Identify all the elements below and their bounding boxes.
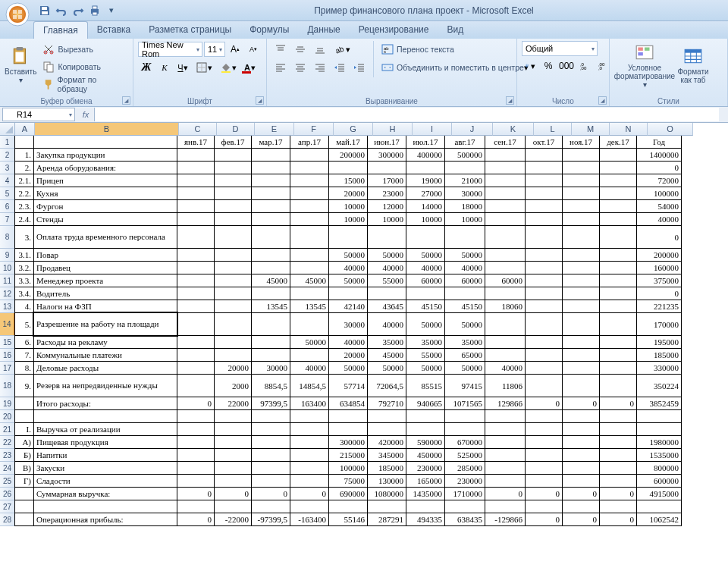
cell[interactable]: 50000	[367, 361, 406, 375]
cell[interactable]	[599, 248, 637, 262]
cell[interactable]	[14, 136, 34, 149]
row-header[interactable]: 9	[0, 249, 15, 262]
cell[interactable]	[485, 261, 526, 274]
cell[interactable]	[599, 187, 637, 200]
cell[interactable]	[525, 161, 563, 174]
cell[interactable]: 2000	[214, 374, 252, 397]
cell[interactable]: 40000	[444, 261, 485, 274]
cell[interactable]: 230000	[444, 474, 485, 488]
cell[interactable]	[251, 461, 290, 475]
cell[interactable]: 19000	[406, 174, 445, 187]
row-header[interactable]: 20	[0, 410, 15, 423]
cell[interactable]: 4.	[14, 300, 34, 313]
cell[interactable]: 0	[290, 487, 329, 500]
cell[interactable]	[214, 274, 252, 287]
cell[interactable]	[599, 348, 637, 362]
cell[interactable]: 494335	[406, 513, 445, 526]
cell[interactable]: 18060	[485, 300, 526, 313]
cell[interactable]	[525, 422, 563, 436]
cell[interactable]: 0	[525, 397, 563, 410]
cell[interactable]	[562, 335, 600, 349]
cell[interactable]: 45150	[444, 300, 485, 313]
cell[interactable]	[485, 199, 526, 213]
cell[interactable]	[33, 500, 177, 513]
cell[interactable]	[290, 174, 329, 187]
cell[interactable]: Налоги на ФЗП	[33, 300, 177, 313]
row-header[interactable]: 5	[0, 187, 15, 200]
cell[interactable]: 100000	[328, 461, 368, 475]
cell[interactable]: 0	[525, 513, 563, 526]
cell[interactable]	[525, 448, 563, 462]
cell[interactable]	[525, 261, 563, 274]
cell[interactable]: 3.1.	[14, 248, 34, 262]
cell[interactable]: 200000	[328, 148, 368, 162]
col-header-H[interactable]: H	[373, 123, 413, 136]
cell[interactable]	[251, 199, 290, 213]
cell[interactable]: 1062542	[636, 513, 682, 526]
cell[interactable]	[177, 174, 215, 187]
cell[interactable]: 1535000	[636, 448, 682, 462]
cell[interactable]	[251, 212, 290, 226]
cell[interactable]: 97415	[444, 374, 485, 397]
cell[interactable]: 300000	[367, 148, 406, 162]
cell[interactable]: 50000	[444, 248, 485, 262]
cell[interactable]: 50000	[290, 335, 329, 349]
cell[interactable]: 400000	[406, 148, 445, 162]
cell[interactable]	[177, 312, 215, 336]
cell[interactable]: 54000	[636, 199, 682, 213]
cell[interactable]: 670000	[444, 435, 485, 449]
cell[interactable]: 50000	[406, 312, 445, 336]
cell[interactable]	[290, 199, 329, 213]
font-color-button[interactable]: A▾	[241, 59, 259, 76]
cell[interactable]	[290, 312, 329, 336]
col-header-O[interactable]: O	[648, 123, 693, 136]
cell[interactable]: Повар	[33, 248, 177, 262]
align-center-button[interactable]	[291, 59, 309, 76]
cell[interactable]	[214, 300, 252, 313]
cell[interactable]	[562, 161, 600, 174]
cell[interactable]: 50000	[444, 361, 485, 375]
cell[interactable]	[525, 500, 563, 513]
cell[interactable]	[525, 312, 563, 336]
cell[interactable]: 0	[562, 513, 600, 526]
cell[interactable]	[214, 261, 252, 274]
cell[interactable]	[251, 335, 290, 349]
ribbon-tab-2[interactable]: Разметка страницы	[140, 21, 240, 39]
cell[interactable]	[562, 261, 600, 274]
qat-redo-icon[interactable]	[70, 2, 86, 19]
cell[interactable]: 525000	[444, 448, 485, 462]
cell[interactable]: янв.17	[177, 136, 215, 149]
cell[interactable]: 0	[251, 487, 290, 500]
cell[interactable]	[177, 274, 215, 287]
cell[interactable]: 23000	[367, 187, 406, 200]
percent-button[interactable]: %	[540, 58, 557, 74]
increase-indent-button[interactable]	[350, 59, 369, 76]
cell[interactable]: 638435	[444, 513, 485, 526]
accounting-format-button[interactable]: ₽▾	[522, 58, 538, 74]
cell[interactable]	[251, 287, 290, 300]
cell[interactable]	[562, 212, 600, 226]
row-header[interactable]: 3	[0, 162, 15, 174]
cell[interactable]	[599, 474, 637, 488]
row-header[interactable]: 18	[0, 375, 15, 397]
cell[interactable]	[214, 187, 252, 200]
cell[interactable]	[562, 300, 600, 313]
cell[interactable]: 2.	[14, 161, 34, 174]
cell[interactable]	[328, 422, 368, 436]
cell[interactable]	[406, 422, 445, 436]
cell[interactable]	[562, 374, 600, 397]
cell[interactable]: В)	[14, 461, 34, 475]
office-button[interactable]	[3, 2, 32, 20]
cell[interactable]: 230000	[406, 461, 445, 475]
cell[interactable]: 160000	[636, 261, 682, 274]
cell[interactable]: 163400	[290, 397, 329, 410]
cell[interactable]	[177, 161, 215, 174]
cell[interactable]	[599, 174, 637, 187]
cell[interactable]	[177, 500, 215, 513]
cell[interactable]: -129866	[485, 513, 526, 526]
cell[interactable]: 200000	[636, 248, 682, 262]
cell[interactable]: 215000	[328, 448, 368, 462]
cell[interactable]	[444, 161, 485, 174]
cell[interactable]: 285000	[444, 461, 485, 475]
cell[interactable]	[636, 422, 682, 436]
